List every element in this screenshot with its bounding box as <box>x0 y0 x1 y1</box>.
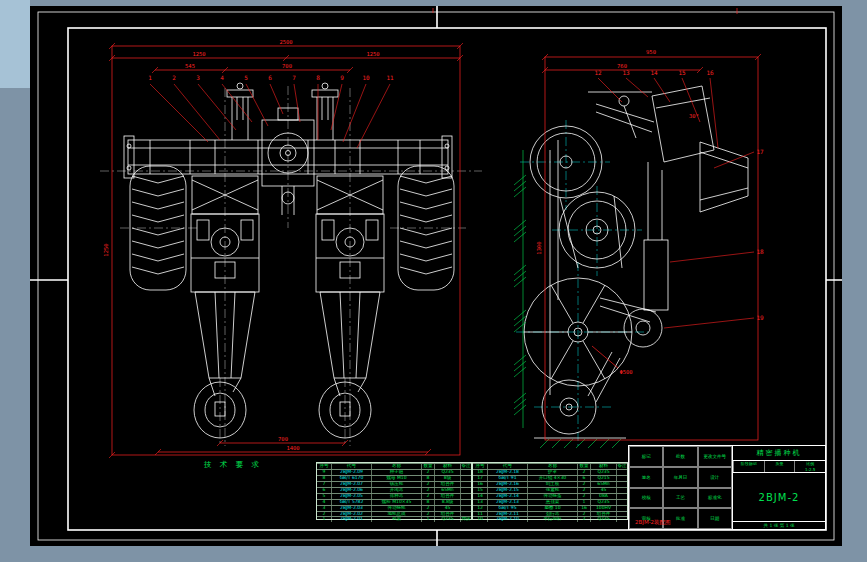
balloon-label: 14 <box>650 69 658 76</box>
balloon-label: 9 <box>340 74 344 81</box>
title-block-label: 年月日 <box>663 467 697 488</box>
drawing-number: 2BJM-2 <box>733 473 825 521</box>
balloon-label: 12 <box>594 69 602 76</box>
title-block-cell: 1:2.5 <box>794 467 825 473</box>
dimension-label: 2500 <box>279 39 292 45</box>
dimension-label: 1400 <box>286 445 299 451</box>
bom-cell: 平行四杆 <box>527 517 577 522</box>
balloon-label: 3 <box>196 74 200 81</box>
dimension-label: 1250 <box>366 51 379 57</box>
dimension-label: 1300 <box>536 241 542 254</box>
title-block-label: 标记 <box>629 446 663 467</box>
bom-row: 1 2BJM-2.01 机架 1 Q235 焊接 <box>317 516 471 522</box>
bom-cell: 1 <box>317 517 331 522</box>
balloon-label: 5 <box>244 74 248 81</box>
title-block-label: 工艺 <box>663 488 697 509</box>
bom-cell-code: 2BJM-2.01 <box>331 517 371 522</box>
balloon-label: 4 <box>220 74 224 81</box>
bom-cell: 焊接 <box>460 517 471 522</box>
product-name: 精密播种机 <box>733 446 825 461</box>
bom-cell-code: 2BJM-2.10 <box>487 517 527 522</box>
title-block-main: 精密播种机 阶段标记 质量 比例 1:2.5 2BJM-2 共 1 张 第 1 … <box>733 446 825 529</box>
balloon-label: 17 <box>756 148 764 155</box>
balloon-label: 1 <box>148 74 152 81</box>
cad-viewport[interactable]: 2500 1250 1250 545 700 700 1400 1250 1 2… <box>0 0 867 562</box>
dimension-label: 700 <box>282 63 292 69</box>
bom-cell <box>616 517 627 522</box>
dimension-label: 545 <box>185 63 195 69</box>
balloon-label: 16 <box>706 69 714 76</box>
dimension-label: 700 <box>278 436 288 442</box>
balloon-label: 11 <box>386 74 394 81</box>
bom-cell: Q235 <box>434 517 460 522</box>
bom-cell: 2 <box>577 517 590 522</box>
dimension-label: 1250 <box>103 243 109 256</box>
balloon-label: 10 <box>362 74 370 81</box>
balloon-label: 6 <box>268 74 272 81</box>
title-block-revision-grid: 标记 处数 更改文件号 签名 年月日 设计 校核 工艺 标准化 审核 批准 日期… <box>629 446 733 529</box>
bom-row: 10 2BJM-2.10 平行四杆 2 Q235 <box>473 516 627 522</box>
bom-cell: 机架 <box>371 517 421 522</box>
title-block-cell <box>764 467 795 473</box>
title-block-label: 签名 <box>629 467 663 488</box>
title-block-scale-row: 阶段标记 质量 比例 1:2.5 <box>733 461 825 473</box>
balloon-label: 13 <box>622 69 630 76</box>
bom-cell: Q235 <box>590 517 616 522</box>
sheet-info: 共 1 张 第 1 张 <box>733 521 825 529</box>
dimension-label: 1250 <box>192 51 205 57</box>
balloon-label: 7 <box>292 74 296 81</box>
bom-cell: 10 <box>473 517 487 522</box>
title-block-label: 设计 <box>698 467 732 488</box>
title-block-label: 日期 <box>698 508 732 529</box>
title-block-label: 处数 <box>663 446 697 467</box>
title-block-label: 更改文件号 <box>698 446 732 467</box>
title-block-red-note: 2BJM-2装配图 <box>635 519 671 526</box>
title-block-label: 校核 <box>629 488 663 509</box>
technical-notes: 技 术 要 求 <box>148 460 318 471</box>
balloon-label: 19 <box>756 314 764 321</box>
dimension-label: 950 <box>646 49 656 55</box>
title-block: 标记 处数 更改文件号 签名 年月日 设计 校核 工艺 标准化 审核 批准 日期… <box>628 445 826 530</box>
title-block-label: 标准化 <box>698 488 732 509</box>
balloon-label: 15 <box>678 69 686 76</box>
bom-table-right: 序号 代号 名称 数量 材料 备注 18 2BJM-2.18 护罩 2 Q235… <box>472 462 628 520</box>
balloon-label: 2 <box>172 74 176 81</box>
dimension-label: Φ500 <box>619 369 632 375</box>
balloon-label: 8 <box>316 74 320 81</box>
bom-table-left: 序号 代号 名称 数量 材料 备注 9 2BJM-2.09 种子箱 2 Q235… <box>316 462 472 520</box>
technical-notes-title: 技 术 要 求 <box>148 460 318 470</box>
balloon-label: 18 <box>756 248 764 255</box>
title-block-cell <box>733 467 764 473</box>
bom-cell: 1 <box>421 517 434 522</box>
